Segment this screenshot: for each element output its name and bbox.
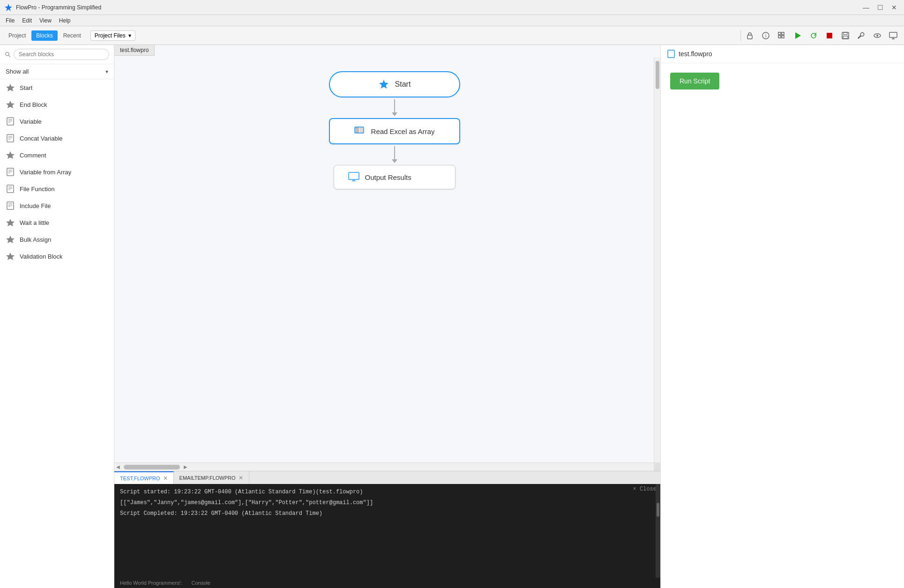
close-button[interactable]: ✕: [888, 2, 900, 13]
canvas-scrollbar-vertical[interactable]: [654, 57, 660, 462]
console-area: × Close Script started: 19:23:22 GMT-040…: [114, 484, 660, 578]
chevron-down-icon: ▾: [105, 68, 108, 75]
block-item-include-file[interactable]: Include File: [0, 197, 114, 214]
menu-help[interactable]: Help: [55, 16, 75, 25]
maximize-button[interactable]: ☐: [874, 2, 886, 13]
svg-rect-51: [359, 129, 363, 131]
block-item-wait[interactable]: Wait a little: [0, 214, 114, 231]
search-box: [0, 45, 114, 64]
excel-node[interactable]: Read Excel as Array: [329, 118, 460, 144]
scroll-left-arrow[interactable]: ◀: [114, 463, 122, 471]
eye-button[interactable]: [870, 29, 884, 42]
output-node[interactable]: Output Results: [334, 165, 456, 189]
svg-rect-49: [355, 131, 359, 133]
eye-icon: [873, 31, 882, 40]
bottom-tab-test-close[interactable]: ✕: [163, 475, 168, 482]
svg-rect-31: [7, 168, 14, 176]
dropdown-chevron-icon: ▾: [128, 32, 131, 39]
stop-button[interactable]: [822, 29, 837, 42]
svg-rect-6: [778, 36, 781, 38]
svg-rect-4: [778, 32, 781, 35]
start-node-label: Start: [395, 80, 411, 89]
play-button[interactable]: [791, 29, 805, 42]
monitor-button[interactable]: [886, 29, 900, 42]
stop-icon: [825, 31, 834, 40]
tab-blocks[interactable]: Blocks: [31, 30, 57, 41]
canvas-scrollbar-horizontal[interactable]: ◀ ▶: [114, 462, 654, 471]
block-item-validation[interactable]: Validation Block: [0, 248, 114, 265]
console-line-1: Script started: 19:23:22 GMT-0400 (Atlan…: [120, 488, 655, 497]
scroll-thumb-v[interactable]: [656, 61, 659, 89]
show-all-row[interactable]: Show all ▾: [0, 64, 114, 79]
svg-rect-1: [747, 35, 752, 39]
console-scrollbar[interactable]: [656, 484, 660, 578]
console-scroll-thumb[interactable]: [657, 503, 659, 517]
bottom-tab-email-close[interactable]: ✕: [239, 475, 243, 481]
excel-node-icon: [354, 126, 366, 137]
wrench-icon: [857, 31, 866, 40]
project-files-dropdown[interactable]: Project Files ▾: [90, 30, 135, 41]
block-item-concat-variable[interactable]: Concat Variable: [0, 130, 114, 147]
info-button[interactable]: i: [759, 29, 773, 42]
svg-marker-45: [6, 253, 15, 260]
block-item-variable[interactable]: Variable: [0, 113, 114, 130]
minimize-button[interactable]: —: [860, 2, 872, 13]
save-button[interactable]: [838, 29, 852, 42]
bottom-tab-emailtemp[interactable]: EMAILTEMP.FLOWPRO ✕: [174, 471, 249, 484]
block-icon-start: [6, 83, 15, 92]
start-node[interactable]: Start: [329, 71, 460, 97]
svg-rect-7: [782, 36, 784, 38]
block-item-file-function[interactable]: File Function: [0, 180, 114, 197]
block-item-comment[interactable]: Comment: [0, 147, 114, 164]
flow-arrow-2: [392, 144, 397, 165]
block-label-start: Start: [20, 84, 32, 91]
console-line-2: [["James","Janny","james@gmail.com"],["H…: [120, 499, 655, 507]
svg-rect-9: [827, 33, 832, 38]
block-icon-variable: [6, 117, 15, 126]
bottom-tab-test[interactable]: TEST.FLOWPRO ✕: [114, 471, 174, 484]
block-label-bulk-assign: Bulk Assign: [20, 236, 51, 243]
block-icon-wait: [6, 218, 15, 227]
svg-rect-54: [349, 172, 359, 179]
block-item-bulk-assign[interactable]: Bulk Assign: [0, 231, 114, 248]
play-icon: [793, 31, 802, 40]
block-item-start[interactable]: Start: [0, 79, 114, 96]
scroll-corner: [654, 462, 660, 471]
block-label-validation: Validation Block: [20, 253, 63, 260]
svg-text:i: i: [765, 33, 766, 38]
lock-icon: [746, 31, 754, 40]
scroll-thumb-h[interactable]: [124, 465, 180, 469]
menu-view[interactable]: View: [36, 16, 55, 25]
block-item-end-block[interactable]: End Block: [0, 96, 114, 113]
tab-recent[interactable]: Recent: [59, 30, 86, 41]
tab-project[interactable]: Project: [4, 30, 30, 41]
block-list: Start End Block Variable C: [0, 79, 114, 588]
svg-rect-15: [889, 32, 897, 37]
svg-rect-47: [355, 127, 359, 129]
menu-edit[interactable]: Edit: [18, 16, 36, 25]
block-icon-end: [6, 100, 15, 109]
svg-line-19: [8, 55, 10, 57]
title-bar: FlowPro - Programming Simplified — ☐ ✕: [0, 0, 904, 15]
grid-icon: [777, 31, 786, 40]
block-icon-validation: [6, 252, 15, 261]
monitor-icon: [889, 31, 897, 40]
wrench-button[interactable]: [854, 29, 868, 42]
scroll-right-arrow[interactable]: ▶: [182, 463, 189, 471]
block-label-comment: Comment: [20, 152, 46, 159]
toolbar-divider-1: [740, 30, 741, 41]
grid-button[interactable]: [775, 29, 789, 42]
search-input[interactable]: [14, 49, 109, 60]
run-script-button[interactable]: Run Script: [670, 73, 719, 89]
refresh-button[interactable]: [807, 29, 821, 42]
console-line-3: Script Completed: 19:23:22 GMT-0400 (Atl…: [120, 509, 655, 518]
menu-file[interactable]: File: [2, 16, 18, 25]
svg-rect-48: [355, 129, 359, 131]
refresh-icon: [809, 31, 818, 40]
block-icon-file-func: [6, 184, 15, 194]
menu-bar: File Edit View Help: [0, 15, 904, 26]
lock-button[interactable]: [743, 29, 757, 42]
block-item-variable-from-array[interactable]: Variable from Array: [0, 164, 114, 180]
block-icon-bulk-assign: [6, 235, 15, 244]
console-close-button[interactable]: × Close: [633, 486, 657, 492]
